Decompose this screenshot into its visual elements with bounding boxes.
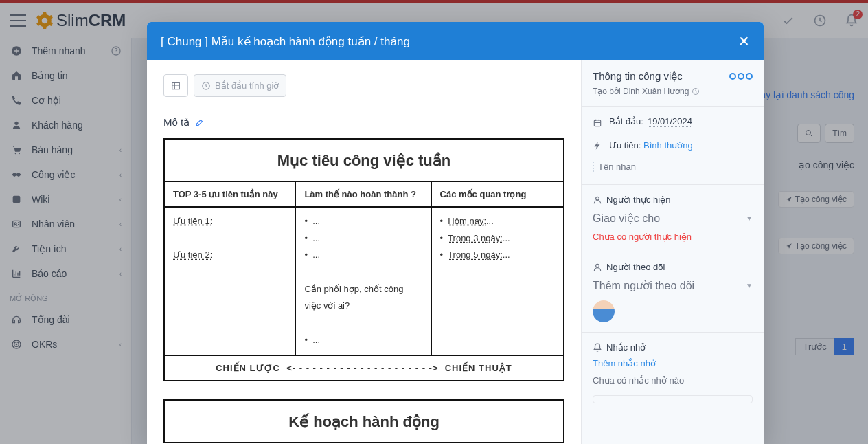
doc-title-1: Mục tiêu công việc tuần <box>165 140 563 182</box>
created-by: Tạo bởi Đinh Xuân Hương <box>593 87 753 96</box>
svg-point-17 <box>596 197 599 200</box>
doc-title-2: Kế hoạch hành động <box>165 401 563 442</box>
follower-dropdown[interactable]: Thêm người theo dõi▼ <box>593 278 753 293</box>
strategy-tactics-row: CHIẾN LƯỢC <- - - - - - - - - - - - - - … <box>165 356 563 380</box>
svg-rect-13 <box>172 82 180 89</box>
no-reminder-text: Chưa có nhắc nhở nào <box>593 375 753 386</box>
priority-field[interactable]: Ưu tiên: Bình thường <box>582 135 764 156</box>
info-title: Thông tin công việc <box>593 70 683 82</box>
modal-header: [ Chung ] Mẫu kế hoạch hành động tuần / … <box>147 22 764 60</box>
reminder-title: Nhắc nhở <box>593 342 753 353</box>
weekly-goal-table: Mục tiêu công việc tuần TOP 3-5 ưu tiên … <box>163 138 564 381</box>
label-field[interactable]: Tên nhãn <box>582 156 764 177</box>
table-view-button[interactable] <box>163 74 188 97</box>
svg-point-18 <box>596 264 599 267</box>
milestone: • Hôm nay:... <box>440 213 555 230</box>
milestone: • Trong 3 ngày:... <box>440 230 555 247</box>
bullet: • ... <box>304 213 422 230</box>
calendar-icon <box>593 118 604 128</box>
start-timer-button[interactable]: Bắt đầu tính giờ <box>194 74 286 97</box>
task-modal: [ Chung ] Mẫu kế hoạch hành động tuần / … <box>147 22 764 444</box>
modal-left-panel: Bắt đầu tính giờ Mô tả Mục tiêu công việ… <box>147 60 581 444</box>
modal-title: [ Chung ] Mẫu kế hoạch hành động tuần / … <box>161 34 410 49</box>
close-icon[interactable]: ✕ <box>738 33 750 49</box>
bolt-icon <box>593 141 604 151</box>
milestone: • Trong 5 ngày:... <box>440 247 555 264</box>
coord-question: Cần phối hợp, chốt công việc với ai? <box>304 281 422 315</box>
follower-title: Người theo dõi <box>593 262 753 272</box>
assign-dropdown[interactable]: Giao việc cho▼ <box>593 210 753 226</box>
header-col3: Các mốc quan trọng <box>432 182 563 206</box>
bullet: • ... <box>304 230 422 247</box>
header-col2: Làm thế nào hoàn thành ? <box>296 182 431 206</box>
action-plan-table: Kế hoạch hành động <box>163 399 564 443</box>
assignee-title: Người thực hiện <box>593 195 753 205</box>
description-label: Mô tả <box>163 116 564 129</box>
avatar[interactable] <box>593 300 615 322</box>
bullet: • ... <box>304 247 422 264</box>
header-col1: TOP 3-5 ưu tiên tuần này <box>165 182 296 206</box>
priority-2: Ưu tiên 2: <box>173 247 286 264</box>
modal-right-panel: Thông tin công việc Tạo bởi Đinh Xuân Hư… <box>581 60 764 444</box>
add-reminder-link[interactable]: Thêm nhắc nhở <box>593 358 753 368</box>
svg-rect-16 <box>594 120 600 126</box>
bullet: • ... <box>304 332 422 349</box>
comment-box-partial[interactable] <box>593 395 753 403</box>
status-circles[interactable] <box>729 73 753 80</box>
start-date-field[interactable]: Bắt đầu: 19/01/2024 <box>582 111 764 135</box>
edit-icon[interactable] <box>195 118 205 127</box>
priority-1: Ưu tiên 1: <box>173 213 286 230</box>
no-assignee-warning: Chưa có người thực hiện <box>593 232 753 242</box>
